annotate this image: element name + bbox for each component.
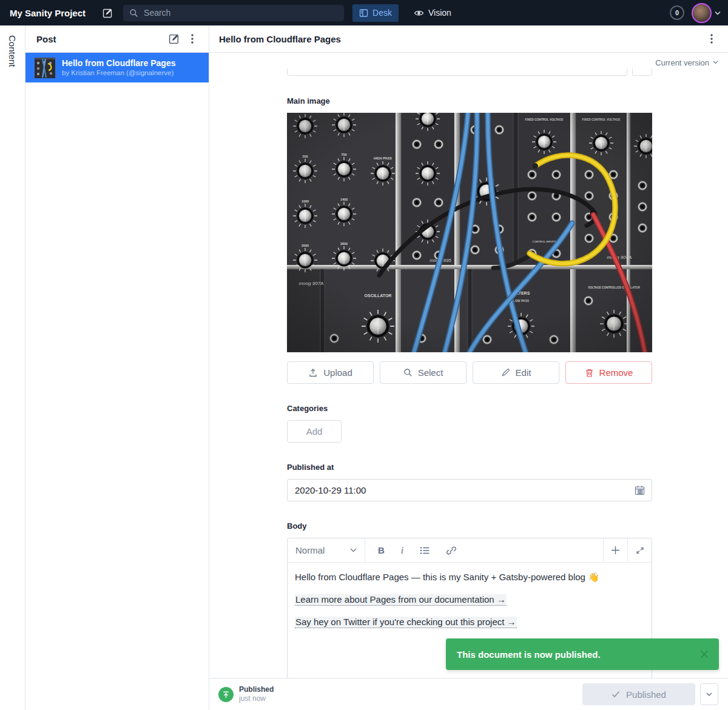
document-header: Hello from Cloudflare Pages (209, 25, 728, 53)
post-list-pane: Post (25, 25, 209, 710)
select-label: Select (418, 367, 443, 378)
trash-icon (585, 368, 594, 378)
search-input[interactable]: Search (123, 5, 344, 21)
upload-icon (308, 368, 318, 378)
image-actions: Upload Select (287, 361, 652, 384)
publish-button[interactable]: Published (582, 683, 695, 705)
content-rail-label: Content (7, 35, 18, 710)
post-thumbnail (35, 58, 55, 78)
post-pane-menu-button[interactable] (183, 30, 201, 48)
slug-field-cutoff (287, 69, 652, 76)
tab-desk[interactable]: Desk (352, 4, 399, 22)
upload-label: Upload (323, 367, 352, 378)
publish-toast: This document is now published. (446, 638, 719, 670)
upload-button[interactable]: Upload (287, 361, 374, 384)
published-at-input[interactable]: 2020-10-29 11:00 (287, 479, 652, 501)
published-at-value: 2020-10-29 11:00 (295, 485, 366, 495)
post-item-title: Hello from Cloudflare Pages (62, 58, 175, 69)
kebab-menu-icon (710, 34, 713, 44)
slug-input[interactable] (287, 69, 627, 76)
calendar-icon[interactable] (635, 485, 645, 495)
toast-message: This document is now published. (457, 649, 601, 660)
document-title: Hello from Cloudflare Pages (219, 34, 703, 44)
add-category-button[interactable]: Add (287, 420, 342, 443)
version-label: Current version (655, 58, 709, 67)
post-item-subtitle: by Kristian Freeman (@signalnerve) (62, 69, 175, 78)
italic-button[interactable]: i (401, 545, 403, 556)
new-document-button[interactable] (99, 4, 116, 21)
user-menu-chevron-icon[interactable] (715, 11, 721, 15)
compose-icon (169, 33, 180, 44)
main-area: Content Post (0, 25, 728, 710)
publish-status-title: Published (239, 685, 274, 694)
slug-generate-button[interactable] (632, 69, 652, 76)
document-footer: Published just now Published (209, 678, 728, 710)
search-icon (403, 368, 413, 377)
bullet-list-icon[interactable] (420, 546, 430, 555)
pencil-icon (501, 368, 510, 377)
edit-label: Edit (516, 367, 531, 378)
publish-status-icon (218, 687, 234, 702)
select-button[interactable]: Select (380, 361, 467, 384)
content-rail[interactable]: Content (0, 25, 25, 710)
body-link[interactable]: Learn more about Pages from our document… (295, 594, 507, 606)
compose-icon (103, 8, 113, 18)
body-paragraph: Hello from Cloudflare Pages — this is my… (295, 571, 644, 584)
editor-toolbar: Normal B i (288, 538, 652, 563)
document-form: Main image (209, 69, 728, 678)
style-select[interactable]: Normal (288, 538, 365, 562)
notifications-badge[interactable]: 0 (670, 5, 684, 20)
main-image-label: Main image (287, 96, 652, 105)
version-selector[interactable]: Current version (209, 53, 728, 69)
tab-desk-label: Desk (372, 8, 392, 18)
bold-button[interactable]: B (378, 545, 385, 555)
desk-icon (359, 8, 368, 18)
post-pane-title: Post (36, 34, 165, 44)
avatar[interactable] (692, 3, 712, 23)
search-icon (129, 8, 138, 18)
body-label: Body (287, 521, 652, 531)
tab-vision[interactable]: Vision (407, 4, 458, 22)
post-list-item-selected[interactable]: Hello from Cloudflare Pages by Kristian … (25, 53, 209, 82)
kebab-menu-icon (191, 34, 194, 44)
style-select-value: Normal (295, 545, 325, 555)
insert-block-button[interactable] (603, 538, 627, 562)
close-icon[interactable] (699, 649, 709, 659)
publish-status-time: just now (239, 694, 274, 703)
edit-button[interactable]: Edit (473, 361, 559, 384)
project-title: My Sanity Project (10, 8, 86, 18)
link-icon[interactable] (447, 546, 456, 555)
main-image-photo: 500 700 HIGH PASS 1000 1400 2000 2600 (287, 113, 652, 352)
chevron-down-icon (713, 61, 718, 64)
top-navbar: My Sanity Project Search Desk (0, 0, 728, 25)
chevron-down-icon (350, 548, 357, 552)
tab-vision-label: Vision (428, 8, 451, 18)
fullscreen-icon[interactable] (627, 538, 652, 562)
check-icon (612, 691, 620, 698)
document-pane: Hello from Cloudflare Pages Current vers… (209, 25, 728, 710)
body-content[interactable]: Hello from Cloudflare Pages — this is my… (288, 563, 652, 645)
remove-button[interactable]: Remove (565, 361, 652, 384)
publish-button-label: Published (626, 689, 666, 700)
remove-label: Remove (599, 367, 633, 378)
categories-label: Categories (287, 404, 652, 413)
document-menu-button[interactable] (703, 30, 721, 48)
create-post-button[interactable] (165, 30, 183, 48)
post-pane-header: Post (25, 25, 209, 53)
publish-menu-chevron[interactable] (700, 683, 718, 705)
search-placeholder: Search (144, 8, 170, 18)
body-link[interactable]: Say hey on Twitter if you're checking ou… (295, 617, 517, 628)
published-at-label: Published at (287, 463, 652, 472)
eye-icon (414, 9, 424, 17)
